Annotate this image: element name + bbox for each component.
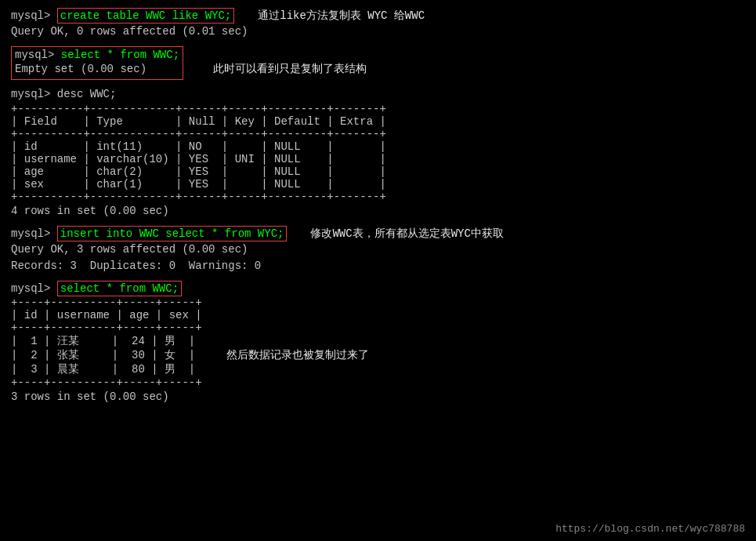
select-row-0: | 1 | 汪某 | 24 | 男 | bbox=[11, 334, 195, 348]
terminal: mysql> create table WWC like WYC; 通过like… bbox=[11, 8, 745, 405]
cmd-4: insert into WWC select * from WYC; bbox=[57, 226, 288, 241]
output-1-0: Query OK, 0 rows affected (0.01 sec) bbox=[11, 24, 745, 40]
desc-row-0: | id | int(11) | NO | | NULL | | bbox=[11, 140, 745, 153]
command-line-1: mysql> create table WWC like WYC; bbox=[11, 8, 234, 24]
prompt-1: mysql> bbox=[11, 9, 57, 22]
command-line-3: mysql> desc WWC; bbox=[11, 86, 745, 103]
section-select-empty: mysql> select * from WWC; Empty set (0.0… bbox=[11, 46, 745, 80]
select-row-2: | 3 | 晨某 | 80 | 男 | bbox=[11, 362, 195, 376]
select-footer: 3 rows in set (0.00 sec) bbox=[11, 389, 745, 405]
cmd-1: create table WWC like WYC; bbox=[57, 8, 234, 24]
select-separator-bot: +----+----------+-----+-----+ bbox=[11, 376, 745, 389]
select-data-rows: | 1 | 汪某 | 24 | 男 | | 2 | 张某 | 30 | 女 | … bbox=[11, 334, 745, 376]
command-line-2: mysql> select * from WWC; bbox=[15, 49, 179, 61]
select-header: | id | username | age | sex | bbox=[11, 309, 745, 321]
select-separator-top: +----+----------+-----+-----+ bbox=[11, 296, 745, 309]
footer-url: https://blog.csdn.net/wyc788788 bbox=[555, 523, 745, 535]
select-separator-mid: +----+----------+-----+-----+ bbox=[11, 321, 745, 334]
desc-separator-top: +----------+-------------+------+-----+-… bbox=[11, 103, 745, 115]
desc-row-3: | sex | char(1) | YES | | NULL | | bbox=[11, 178, 745, 191]
prompt-5: mysql> bbox=[11, 282, 57, 295]
section-desc: mysql> desc WWC; +----------+-----------… bbox=[11, 86, 745, 220]
prompt-2: mysql> bbox=[15, 49, 61, 61]
comment-2: 此时可以看到只是复制了表结构 bbox=[190, 62, 367, 76]
prompt-4: mysql> bbox=[11, 227, 57, 240]
output-4-1: Records: 3 Duplicates: 0 Warnings: 0 bbox=[11, 258, 745, 274]
output-4-0: Query OK, 3 rows affected (0.00 sec) bbox=[11, 241, 745, 258]
comment-1: 通过like方法复制表 WYC 给WWC bbox=[234, 9, 745, 23]
comment-5: 然后数据记录也被复制过来了 bbox=[195, 348, 745, 362]
section-create-table: mysql> create table WWC like WYC; 通过like… bbox=[11, 8, 745, 40]
desc-header: | Field | Type | Null | Key | Default | … bbox=[11, 115, 745, 128]
desc-row-1: | username | varchar(10) | YES | UNI | N… bbox=[11, 153, 745, 165]
section-select-data: mysql> select * from WWC; +----+--------… bbox=[11, 281, 745, 405]
desc-footer: 4 rows in set (0.00 sec) bbox=[11, 203, 745, 220]
prompt-3: mysql> bbox=[11, 86, 57, 103]
desc-row-2: | age | char(2) | YES | | NULL | | bbox=[11, 165, 745, 178]
cmd-5: select * from WWC; bbox=[57, 281, 182, 296]
output-2-0: Empty set (0.00 sec) bbox=[15, 61, 179, 78]
desc-separator-mid: +----------+-------------+------+-----+-… bbox=[11, 128, 745, 140]
cmd-3: desc WWC; bbox=[57, 86, 117, 103]
desc-separator-bot: +----------+-------------+------+-----+-… bbox=[11, 191, 745, 203]
command-line-5: mysql> select * from WWC; bbox=[11, 281, 182, 296]
comment-4: 修改WWC表，所有都从选定表WYC中获取 bbox=[287, 227, 745, 241]
command-line-4: mysql> insert into WWC select * from WYC… bbox=[11, 226, 287, 241]
select-row-1: | 2 | 张某 | 30 | 女 | bbox=[11, 348, 195, 362]
cmd-2: select * from WWC; bbox=[61, 49, 179, 61]
section-insert: mysql> insert into WWC select * from WYC… bbox=[11, 226, 745, 274]
